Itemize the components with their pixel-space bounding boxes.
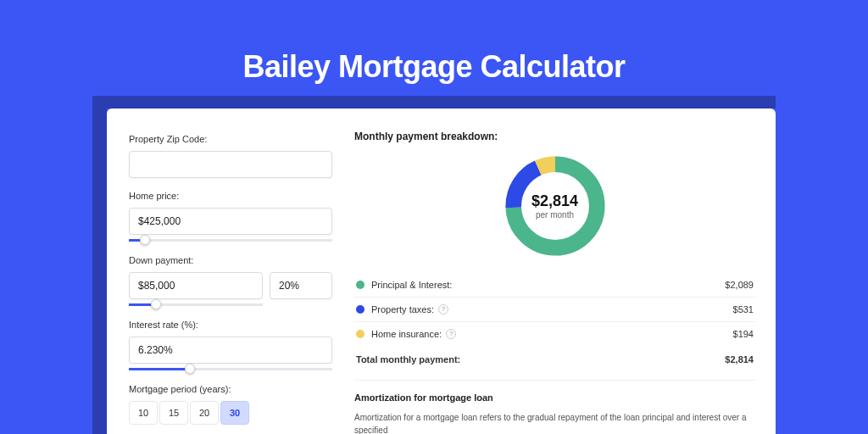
home-price-input[interactable] [129,208,332,235]
home-price-slider[interactable] [129,239,332,242]
home-price-slider-thumb[interactable] [140,235,150,245]
interest-rate-slider-thumb[interactable] [185,364,195,374]
legend-label-text: Property taxes: [371,304,434,314]
down-payment-label: Down payment: [129,255,346,265]
home-price-label: Home price: [129,191,346,201]
legend-label: Home insurance:? [371,329,733,339]
legend-value: $531 [733,304,754,314]
legend-swatch [356,305,364,314]
breakdown-column: Monthly payment breakdown: $2,814 per mo… [346,108,776,434]
legend-swatch [356,330,364,338]
donut-chart-wrap: $2,814 per month [354,151,755,261]
donut-chart: $2,814 per month [500,151,610,261]
legend-row-1: Property taxes:?$531 [354,298,755,322]
total-label: Total monthly payment: [356,354,725,364]
legend-row-total: Total monthly payment: $2,814 [354,346,755,371]
calculator-card: Property Zip Code: Home price: Down paym… [107,108,776,434]
interest-rate-slider-fill [129,368,190,370]
help-icon[interactable]: ? [438,304,448,314]
legend-label-text: Home insurance: [371,329,442,339]
donut-sub: per month [536,210,574,220]
form-column: Property Zip Code: Home price: Down paym… [107,108,346,434]
down-payment-slider-thumb[interactable] [151,299,161,309]
down-payment-pct-input[interactable] [270,272,332,299]
amortization-title: Amortization for mortgage loan [354,392,755,403]
down-payment-input[interactable] [129,272,263,299]
page-root: Bailey Mortgage Calculator Property Zip … [0,0,868,434]
legend-value: $194 [733,329,754,339]
amortization-body: Amortization for a mortgage loan refers … [354,411,755,434]
section-divider [354,380,755,381]
donut-amount: $2,814 [531,192,578,210]
legend-row-0: Principal & Interest:$2,089 [354,273,755,298]
legend-swatch [356,281,364,289]
legend-label: Principal & Interest: [371,280,725,290]
interest-rate-input[interactable] [129,337,332,364]
legend-label: Property taxes:? [371,304,733,314]
card-shadow-left [92,108,107,434]
page-title: Bailey Mortgage Calculator [0,0,868,85]
period-segmented: 10152030 [129,401,346,425]
interest-rate-slider[interactable] [129,368,332,370]
legend-list: Principal & Interest:$2,089Property taxe… [354,273,755,346]
breakdown-title: Monthly payment breakdown: [354,131,755,142]
card-shadow-top [92,96,776,108]
down-payment-slider[interactable] [129,303,263,306]
period-option-20[interactable]: 20 [190,401,219,425]
legend-label-text: Principal & Interest: [371,280,452,290]
interest-rate-label: Interest rate (%): [129,320,346,330]
legend-value: $2,089 [725,280,754,290]
period-option-10[interactable]: 10 [129,401,158,425]
period-option-15[interactable]: 15 [159,401,188,425]
legend-row-2: Home insurance:?$194 [354,322,755,346]
zip-label: Property Zip Code: [129,134,346,144]
period-option-30[interactable]: 30 [220,401,249,425]
zip-input[interactable] [129,151,332,178]
donut-center: $2,814 per month [500,151,610,261]
total-value: $2,814 [725,354,754,364]
help-icon[interactable]: ? [446,329,456,339]
period-label: Mortgage period (years): [129,384,346,394]
